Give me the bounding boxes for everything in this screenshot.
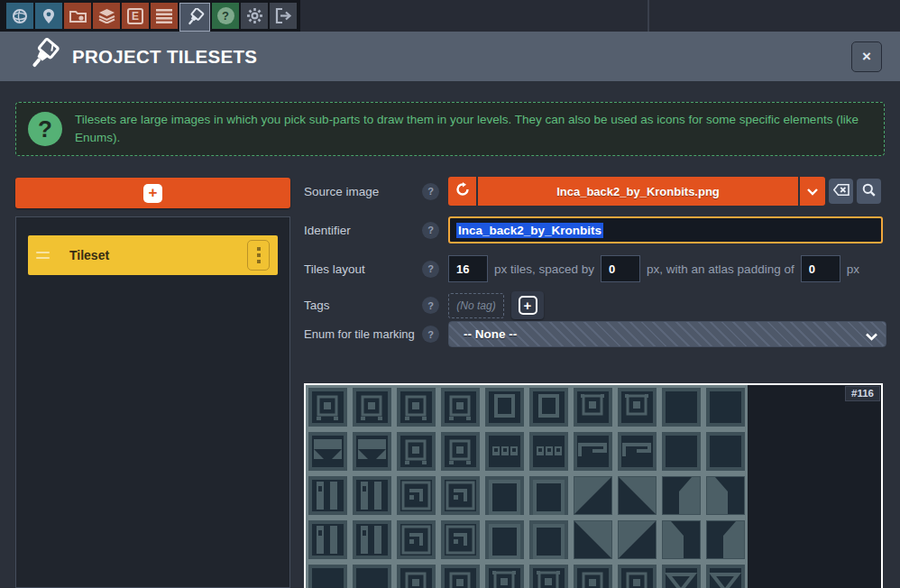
no-tag-placeholder: (No tag) (448, 293, 504, 318)
levels-button[interactable] (35, 3, 62, 29)
enum-letter: E (132, 10, 139, 23)
add-tag-button[interactable]: + (511, 291, 544, 319)
tilesets-brush-icon (186, 8, 205, 27)
tileset-list-panel: Tileset (15, 216, 290, 588)
add-tileset-button[interactable]: + (15, 178, 290, 208)
tile-size-input[interactable] (448, 255, 488, 282)
tiles-layout-text-2: px, with an atlas padding of (647, 262, 794, 276)
question-glyph: ? (38, 115, 52, 143)
help-bubble-icon[interactable]: ? (422, 222, 439, 239)
enums-icon: E (127, 8, 143, 24)
plus-icon: + (143, 184, 162, 203)
source-image-dropdown-button[interactable] (800, 177, 825, 206)
tiles-layout-text-1: px tiles, spaced by (494, 262, 594, 276)
tags-label: Tags (304, 299, 330, 312)
identifier-input[interactable]: Inca_back2_by_Kronbits (448, 216, 883, 243)
plus-icon: + (519, 296, 537, 315)
source-image-label: Source image (304, 185, 379, 198)
enum-label-group: Enum for tile marking ? (304, 326, 439, 343)
layers-button[interactable] (93, 3, 120, 29)
magnifier-icon (862, 183, 876, 200)
clear-backspace-icon (833, 183, 849, 199)
enum-marking-label: Enum for tile marking (304, 327, 415, 341)
world-button[interactable] (6, 3, 33, 29)
tileset-item-label: Tileset (69, 248, 109, 262)
tags-row: Tags ? (No tag) + (304, 291, 544, 319)
help-bubble-icon[interactable]: ? (422, 326, 439, 343)
close-button[interactable]: × (851, 41, 882, 72)
identifier-selected-text: Inca_back2_by_Kronbits (456, 223, 603, 238)
help-bubble-icon[interactable]: ? (422, 183, 439, 200)
refresh-icon (455, 182, 470, 200)
help-button[interactable]: ? (212, 3, 239, 29)
enum-selected-value: -- None -- (464, 327, 517, 341)
project-settings-button[interactable] (64, 3, 91, 29)
tileset-preview-panel[interactable]: #116 (304, 383, 883, 588)
tiles-layout-label: Tiles layout (304, 262, 365, 276)
toolbar-separator (647, 0, 649, 32)
help-box: ? Tilesets are large images in which you… (15, 102, 885, 156)
list-icon (156, 9, 172, 23)
help-bubble-icon[interactable]: ? (422, 261, 439, 278)
identifier-label-group: Identifier ? (304, 222, 439, 239)
identifier-row: Identifier ? Inca_back2_by_Kronbits (304, 216, 883, 243)
settings-button[interactable] (241, 3, 268, 29)
exit-button[interactable] (270, 3, 297, 29)
source-image-label-group: Source image ? (304, 183, 439, 200)
project-folder-icon (69, 9, 87, 23)
source-image-controls: Inca_back2_by_Kronbits.png (448, 177, 881, 206)
source-image-filename: Inca_back2_by_Kronbits.png (556, 185, 720, 198)
world-icon (12, 8, 28, 24)
exit-icon (275, 8, 292, 23)
help-icon: ? (217, 7, 234, 24)
help-text: Tilesets are large images in which you p… (75, 111, 872, 148)
drag-handle-icon[interactable] (36, 252, 50, 259)
chevron-down-icon (866, 328, 877, 345)
layers-icon (98, 8, 115, 23)
help-glyph: ? (222, 9, 229, 23)
help-bubble-icon[interactable]: ? (422, 297, 439, 314)
locate-image-button[interactable] (857, 179, 881, 204)
tileset-list-item[interactable]: Tileset (28, 235, 278, 275)
identifier-label: Identifier (304, 224, 351, 237)
top-toolbar: E ? (0, 0, 900, 32)
atlas-padding-input[interactable] (801, 255, 840, 282)
tile-spacing-input[interactable] (601, 255, 640, 282)
panel-header: PROJECT TILESETS × (0, 32, 900, 81)
close-icon: × (862, 48, 871, 66)
item-context-menu-button[interactable] (247, 240, 270, 271)
question-circle-icon: ? (28, 112, 62, 146)
enums-button[interactable]: E (122, 3, 149, 29)
tileset-preview-image[interactable] (306, 385, 748, 588)
tags-label-group: Tags ? (304, 297, 439, 314)
reload-image-button[interactable] (448, 177, 476, 206)
tiles-layout-row: Tiles layout ? px tiles, spaced by px, w… (304, 255, 866, 282)
tilesets-button[interactable] (179, 3, 210, 32)
tile-count-badge: #116 (845, 386, 880, 401)
map-pin-icon (42, 8, 55, 24)
paintbrush-icon (25, 38, 60, 76)
panel-content: ? Tilesets are large images in which you… (0, 81, 900, 588)
entities-button[interactable] (151, 3, 178, 29)
clear-image-button[interactable] (829, 179, 853, 204)
settings-gear-icon (246, 7, 263, 24)
tiles-layout-text-3: px (847, 262, 859, 276)
chevron-down-icon (807, 183, 818, 199)
toolbar-icon-strip: E ? (0, 0, 300, 32)
page-title: PROJECT TILESETS (72, 46, 257, 68)
tiles-layout-label-group: Tiles layout ? (304, 261, 439, 278)
enum-marking-row: Enum for tile marking ? -- None -- (304, 321, 886, 347)
enum-marking-select[interactable]: -- None -- (448, 321, 886, 347)
no-tag-text: (No tag) (456, 299, 495, 312)
source-image-file-button[interactable]: Inca_back2_by_Kronbits.png (478, 177, 798, 206)
source-image-row: Source image ? Inca_back2_by_Kronbits.pn… (304, 177, 881, 206)
